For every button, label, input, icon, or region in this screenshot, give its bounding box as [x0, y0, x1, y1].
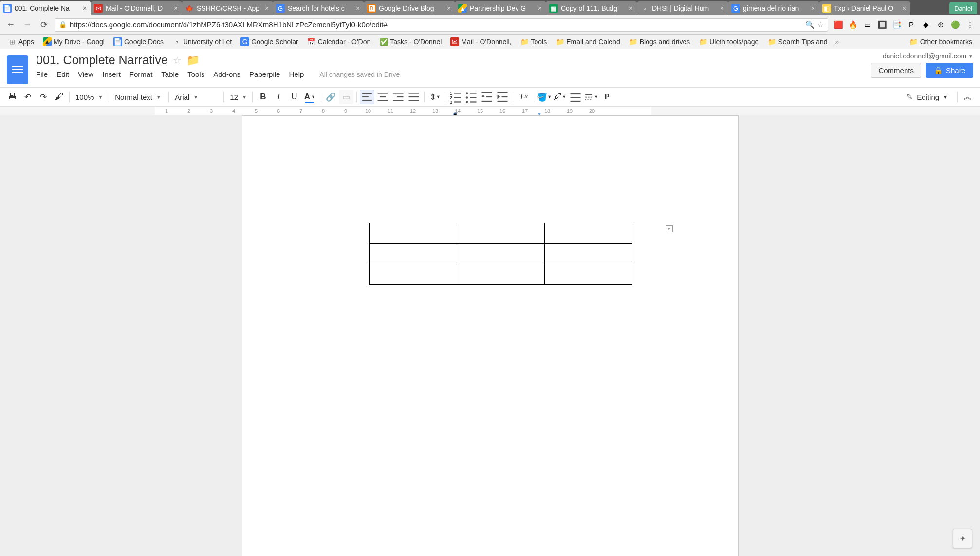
- font-select[interactable]: Arial▼: [172, 90, 221, 104]
- menu-format[interactable]: Format: [129, 70, 153, 78]
- bold-button[interactable]: B: [256, 90, 270, 104]
- menu-add-ons[interactable]: Add-ons: [213, 70, 240, 78]
- browser-tab[interactable]: Ggimena del rio rian×: [728, 1, 819, 15]
- align-right-icon[interactable]: [391, 90, 406, 104]
- zoom-select[interactable]: 100%▼: [73, 90, 106, 104]
- move-to-folder-icon[interactable]: 📁: [186, 54, 200, 67]
- justify-icon[interactable]: [407, 90, 421, 104]
- menu-insert[interactable]: Insert: [102, 70, 121, 78]
- paint-format-icon[interactable]: 🖌: [52, 90, 66, 104]
- document-title[interactable]: 001. Complete Narrative: [36, 53, 168, 67]
- browser-tab[interactable]: ✉Mail - O'Donnell, D×: [91, 1, 182, 15]
- border-style-icon[interactable]: ▼: [584, 90, 598, 104]
- extension-icon[interactable]: ▭: [862, 19, 873, 30]
- document-canvas[interactable]: ▾ ✦: [0, 115, 980, 556]
- redo-icon[interactable]: ↷: [36, 90, 51, 104]
- print-icon[interactable]: 🖶: [5, 90, 19, 104]
- comments-button[interactable]: Comments: [871, 63, 921, 78]
- bookmark-item[interactable]: 📄Google Docs: [111, 37, 166, 47]
- menu-paperpile[interactable]: Paperpile: [249, 70, 280, 78]
- increase-indent-icon[interactable]: [495, 90, 510, 104]
- bookmark-item[interactable]: 📁Tools: [517, 37, 550, 47]
- close-tab-icon[interactable]: ×: [810, 5, 816, 11]
- paragraph-style-select[interactable]: Normal text▼: [112, 90, 166, 104]
- clear-formatting-icon[interactable]: T✕: [516, 90, 531, 104]
- extension-icon[interactable]: ◆: [921, 19, 931, 30]
- browser-tab[interactable]: ◧Txp › Daniel Paul O×: [819, 1, 910, 15]
- undo-icon[interactable]: ↶: [20, 90, 35, 104]
- chrome-user-badge[interactable]: Daniel: [949, 2, 977, 14]
- menu-help[interactable]: Help: [289, 70, 304, 78]
- table-row[interactable]: [369, 244, 632, 264]
- account-email[interactable]: daniel.odonnell@gmail.com▼: [883, 52, 973, 60]
- insert-link-icon[interactable]: 🔗: [323, 90, 338, 104]
- bookmark-item[interactable]: ✉Mail - O'Donnell,: [447, 37, 514, 47]
- bookmark-item[interactable]: 📅Calendar - O'Don: [304, 37, 374, 47]
- line-spacing-icon[interactable]: ⇕▼: [427, 90, 442, 104]
- align-left-icon[interactable]: [360, 90, 374, 104]
- insert-comment-icon[interactable]: ▭: [339, 90, 353, 104]
- bookmark-item[interactable]: ✅Tasks - O'Donnel: [376, 37, 444, 47]
- bookmark-item[interactable]: 📁Uleth tools/page: [696, 37, 761, 47]
- bookmark-item[interactable]: ▲My Drive - Googl: [40, 37, 108, 47]
- document-page[interactable]: ▾: [242, 115, 739, 556]
- browser-tab[interactable]: ▦Copy of 111. Budg×: [546, 1, 637, 15]
- extension-icon[interactable]: 🟥: [833, 19, 844, 30]
- underline-button[interactable]: U: [287, 90, 301, 104]
- star-document-icon[interactable]: ☆: [173, 55, 182, 66]
- bookmark-item[interactable]: ▫University of Let: [169, 37, 235, 47]
- editing-mode-select[interactable]: ✎ Editing ▼: [900, 92, 954, 102]
- close-tab-icon[interactable]: ×: [628, 5, 634, 11]
- extension-icon[interactable]: ⋮: [964, 19, 975, 30]
- align-center-icon[interactable]: [375, 90, 390, 104]
- font-size-select[interactable]: 12▼: [227, 90, 249, 104]
- bulleted-list-icon[interactable]: [464, 90, 479, 104]
- reload-button[interactable]: ⟳: [38, 19, 50, 31]
- highlight-color-icon[interactable]: 🖍▼: [553, 90, 567, 104]
- close-tab-icon[interactable]: ×: [173, 5, 179, 11]
- other-bookmarks[interactable]: 📁 Other bookmarks: [906, 37, 975, 47]
- forward-button[interactable]: →: [21, 19, 33, 31]
- close-tab-icon[interactable]: ×: [901, 5, 907, 11]
- border-width-icon[interactable]: [568, 90, 583, 104]
- fill-color-icon[interactable]: 🪣▼: [537, 90, 552, 104]
- share-button[interactable]: 🔒 Share: [926, 63, 973, 78]
- menu-view[interactable]: View: [78, 70, 93, 78]
- menu-file[interactable]: File: [36, 70, 48, 78]
- docs-logo-icon[interactable]: [7, 55, 28, 84]
- table-column-handle[interactable]: ▾: [666, 225, 673, 232]
- menu-table[interactable]: Table: [161, 70, 179, 78]
- star-icon[interactable]: ☆: [817, 20, 824, 29]
- close-tab-icon[interactable]: ×: [537, 5, 543, 11]
- extension-icon[interactable]: 🔲: [877, 19, 888, 30]
- document-table[interactable]: [369, 223, 632, 285]
- text-color-button[interactable]: A▼: [302, 90, 317, 104]
- back-button[interactable]: ←: [5, 19, 17, 31]
- bookmark-item[interactable]: ⊞Apps: [5, 37, 37, 47]
- extension-icon[interactable]: 🟢: [950, 19, 961, 30]
- browser-tab[interactable]: ▫DHSI | Digital Hum×: [637, 1, 728, 15]
- browser-tab[interactable]: 🅱Google Drive Blog×: [364, 1, 455, 15]
- numbered-list-icon[interactable]: 123: [448, 90, 463, 104]
- close-tab-icon[interactable]: ×: [719, 5, 725, 11]
- address-bar[interactable]: 🔒 https://docs.google.com/document/d/1zh…: [55, 18, 828, 32]
- close-tab-icon[interactable]: ×: [446, 5, 452, 11]
- extension-icon[interactable]: 📑: [891, 19, 902, 30]
- browser-tab[interactable]: GSearch for hotels c×: [273, 1, 364, 15]
- bookmark-item[interactable]: 📁Blogs and drives: [626, 37, 693, 47]
- table-row[interactable]: [369, 223, 632, 244]
- bookmark-item[interactable]: 📁Search Tips and: [764, 37, 830, 47]
- explore-button[interactable]: ✦: [953, 529, 972, 548]
- bookmark-item[interactable]: 📁Email and Calend: [553, 37, 623, 47]
- decrease-indent-icon[interactable]: [480, 90, 494, 104]
- hide-menus-icon[interactable]: ︽: [961, 90, 975, 104]
- menu-edit[interactable]: Edit: [56, 70, 69, 78]
- italic-button[interactable]: I: [271, 90, 286, 104]
- paperpile-toolbar-icon[interactable]: P: [599, 90, 614, 104]
- close-tab-icon[interactable]: ×: [355, 5, 361, 11]
- table-row[interactable]: [369, 264, 632, 285]
- horizontal-ruler[interactable]: 1234567891011121314151617181920 ◆ ▾ Colu…: [0, 107, 980, 115]
- browser-tab[interactable]: 🍁SSHRC/CRSH - App×: [182, 1, 273, 15]
- extension-icon[interactable]: 🔥: [848, 19, 858, 30]
- menu-tools[interactable]: Tools: [187, 70, 204, 78]
